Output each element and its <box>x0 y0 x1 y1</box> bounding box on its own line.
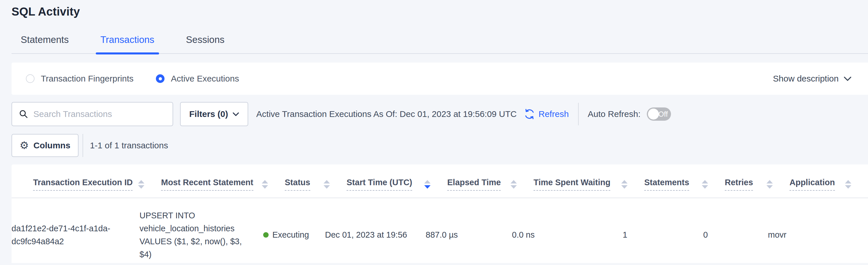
column-header-time-spent-waiting[interactable]: Time Spent Waiting <box>533 178 644 191</box>
radio-unselected-icon <box>26 74 34 83</box>
transactions-table: Transaction Execution ID Most Recent Sta… <box>11 164 868 263</box>
auto-refresh-label: Auto Refresh: <box>588 109 641 119</box>
sort-icon[interactable] <box>323 180 330 189</box>
cell-start-time: Dec 01, 2023 at 19:56 <box>325 209 426 261</box>
cell-status: Executing <box>263 209 325 261</box>
vertical-divider <box>578 103 579 125</box>
columns-button[interactable]: ⚙ Columns <box>11 134 79 157</box>
sort-icon-active-desc[interactable] <box>424 180 431 189</box>
cell-transaction-execution-id: da1f21e2-de71-4c1f-a1da-dc9fc94a84a2 <box>11 209 140 261</box>
column-header-statements[interactable]: Statements <box>644 178 725 191</box>
filters-button[interactable]: Filters (0) <box>180 102 248 126</box>
radio-selected-icon <box>156 74 164 83</box>
sort-icon[interactable] <box>845 180 851 189</box>
sort-icon[interactable] <box>262 180 268 189</box>
tab-sessions[interactable]: Sessions <box>186 34 225 53</box>
cell-most-recent-statement: UPSERT INTO vehicle_location_histories V… <box>140 209 263 261</box>
cell-time-spent-waiting: 0.0 ns <box>512 209 623 261</box>
auto-refresh-state: Off <box>658 107 668 121</box>
show-description-toggle[interactable]: Show description <box>773 74 851 83</box>
filters-button-label: Filters (0) <box>189 109 228 119</box>
column-header-retries[interactable]: Retries <box>725 178 789 191</box>
controls-row: Filters (0) Active Transaction Execution… <box>11 102 868 127</box>
gear-icon: ⚙ <box>20 140 29 151</box>
vertical-divider <box>83 134 83 157</box>
auto-refresh-toggle[interactable]: Off <box>647 107 671 121</box>
view-mode-card: Transaction Fingerprints Active Executio… <box>11 62 868 95</box>
status-executing-dot-icon <box>263 232 269 238</box>
page-title: SQL Activity <box>11 5 868 18</box>
cell-application: movr <box>768 209 868 261</box>
table-row[interactable]: da1f21e2-de71-4c1f-a1da-dc9fc94a84a2 UPS… <box>11 198 868 265</box>
search-icon <box>19 109 28 119</box>
chevron-down-icon <box>233 112 239 116</box>
page-header: SQL Activity <box>0 0 868 18</box>
chevron-down-icon <box>844 77 851 81</box>
column-header-start-time[interactable]: Start Time (UTC) <box>347 178 447 191</box>
column-header-application[interactable]: Application <box>789 178 868 191</box>
sort-icon[interactable] <box>702 180 708 189</box>
refresh-label: Refresh <box>539 109 569 119</box>
table-toolbar: ⚙ Columns 1-1 of 1 transactions <box>11 134 868 157</box>
tab-bar: Statements Transactions Sessions <box>11 34 868 54</box>
sort-icon[interactable] <box>138 180 144 189</box>
status-badge: Executing <box>272 229 309 241</box>
sort-icon[interactable] <box>767 180 773 189</box>
column-header-elapsed-time[interactable]: Elapsed Time <box>447 178 533 191</box>
results-count: 1-1 of 1 transactions <box>90 140 168 150</box>
view-mode-radio-group: Transaction Fingerprints Active Executio… <box>26 74 239 83</box>
refresh-icon <box>524 108 535 120</box>
search-box[interactable] <box>11 102 173 126</box>
tab-statements[interactable]: Statements <box>21 34 69 53</box>
radio-label: Transaction Fingerprints <box>41 74 133 83</box>
cell-statements: 1 <box>623 209 703 261</box>
radio-active-executions[interactable]: Active Executions <box>156 74 239 83</box>
search-input[interactable] <box>33 109 167 119</box>
show-description-label: Show description <box>773 74 839 83</box>
toggle-knob-icon <box>648 109 659 120</box>
columns-button-label: Columns <box>33 140 70 150</box>
column-header-status[interactable]: Status <box>285 178 347 191</box>
column-header-transaction-execution-id[interactable]: Transaction Execution ID <box>33 178 161 191</box>
sort-icon[interactable] <box>510 180 517 189</box>
radio-label: Active Executions <box>171 74 239 83</box>
radio-transaction-fingerprints[interactable]: Transaction Fingerprints <box>26 74 133 83</box>
as-of-timestamp: Active Transaction Executions As Of: Dec… <box>256 109 517 119</box>
table-header-row: Transaction Execution ID Most Recent Sta… <box>11 164 868 198</box>
cell-retries: 0 <box>703 209 768 261</box>
cell-elapsed-time: 887.0 µs <box>426 209 512 261</box>
refresh-button[interactable]: Refresh <box>524 108 569 120</box>
sort-icon[interactable] <box>621 180 627 189</box>
tab-transactions[interactable]: Transactions <box>100 34 154 53</box>
column-header-most-recent-statement[interactable]: Most Recent Statement <box>161 178 285 191</box>
